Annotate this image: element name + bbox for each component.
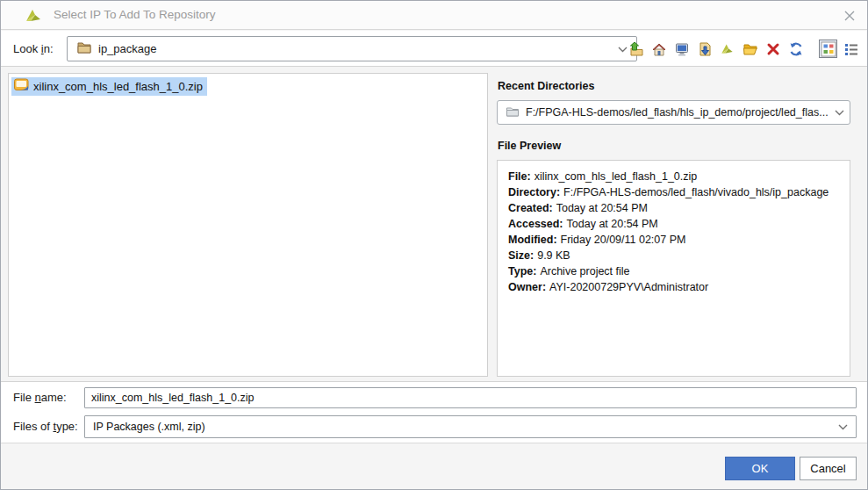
desktop-icon[interactable] xyxy=(672,40,691,58)
xilinx-logo-icon[interactable] xyxy=(718,40,736,58)
chevron-down-icon xyxy=(838,421,848,433)
look-in-label: Look in: xyxy=(13,31,54,67)
select-ip-dialog: Select IP To Add To Repository Look in: … xyxy=(0,0,868,490)
look-in-row: Look in: ip_package xyxy=(1,31,867,67)
file-list-item-selected[interactable]: xilinx_com_hls_led_flash_1_0.zip xyxy=(11,77,207,96)
close-icon[interactable] xyxy=(843,10,856,22)
files-of-type-select[interactable]: IP Packages (.xml, zip) xyxy=(84,415,857,438)
preview-row: File:xilinx_com_hls_led_flash_1_0.zip xyxy=(508,169,839,184)
files-of-type-value: IP Packages (.xml, zip) xyxy=(93,421,205,433)
ip-zip-file-icon xyxy=(14,78,29,95)
file-preview-panel: File:xilinx_com_hls_led_flash_1_0.zip Di… xyxy=(497,160,850,377)
recent-directories-heading: Recent Directories xyxy=(498,80,594,92)
details-view-icon[interactable] xyxy=(819,40,837,58)
folder-icon xyxy=(76,40,92,57)
home-icon[interactable] xyxy=(649,40,668,58)
files-of-type-label: Files of type: xyxy=(13,415,78,438)
look-in-value: ip_package xyxy=(98,42,157,55)
file-name-text: xilinx_com_hls_led_flash_1_0.zip xyxy=(33,80,203,94)
recent-directories-combobox[interactable]: F:/FPGA-HLS-demos/led_flash/hls_ip_demo/… xyxy=(497,100,850,125)
preview-row: Owner:AYI-20200729PYV\Administrator xyxy=(508,279,839,295)
recent-directory-value: F:/FPGA-HLS-demos/led_flash/hls_ip_demo/… xyxy=(526,106,829,119)
folder-outline-icon xyxy=(506,105,520,120)
refresh-icon[interactable] xyxy=(786,40,805,58)
bottom-fields: File name: Files of type: IP Packages (.… xyxy=(1,381,867,443)
cancel-button[interactable]: Cancel xyxy=(800,457,857,480)
file-list-panel[interactable]: xilinx_com_hls_led_flash_1_0.zip xyxy=(8,73,488,377)
move-to-folder-icon[interactable] xyxy=(695,40,714,58)
preview-row: Type:Archive project file xyxy=(508,263,839,279)
preview-row: Directory:F:/FPGA-HLS-demos/led_flash/vi… xyxy=(508,184,839,200)
list-view-icon[interactable] xyxy=(842,40,860,58)
file-toolbar xyxy=(627,35,860,62)
preview-row: Size:9.9 KB xyxy=(508,248,839,263)
create-new-folder-icon[interactable] xyxy=(741,40,759,58)
preview-row: Modified:Friday 20/09/11 02:07 PM xyxy=(508,232,839,248)
chevron-down-icon xyxy=(835,106,844,119)
ok-button[interactable]: OK xyxy=(725,457,795,480)
preview-row: Created:Today at 20:54 PM xyxy=(508,200,839,216)
footer: OK Cancel xyxy=(1,443,867,489)
title-bar: Select IP To Add To Repository xyxy=(1,1,867,30)
up-one-directory-icon[interactable] xyxy=(627,40,645,58)
delete-icon[interactable] xyxy=(764,40,782,58)
file-preview-heading: File Preview xyxy=(498,140,561,152)
vivado-logo-icon xyxy=(24,7,43,28)
dialog-title: Select IP To Add To Repository xyxy=(54,1,216,29)
look-in-combobox[interactable]: ip_package xyxy=(67,36,637,61)
preview-row: Accessed:Today at 20:54 PM xyxy=(508,216,839,232)
file-name-input[interactable] xyxy=(84,387,857,408)
file-name-label: File name: xyxy=(13,387,67,408)
